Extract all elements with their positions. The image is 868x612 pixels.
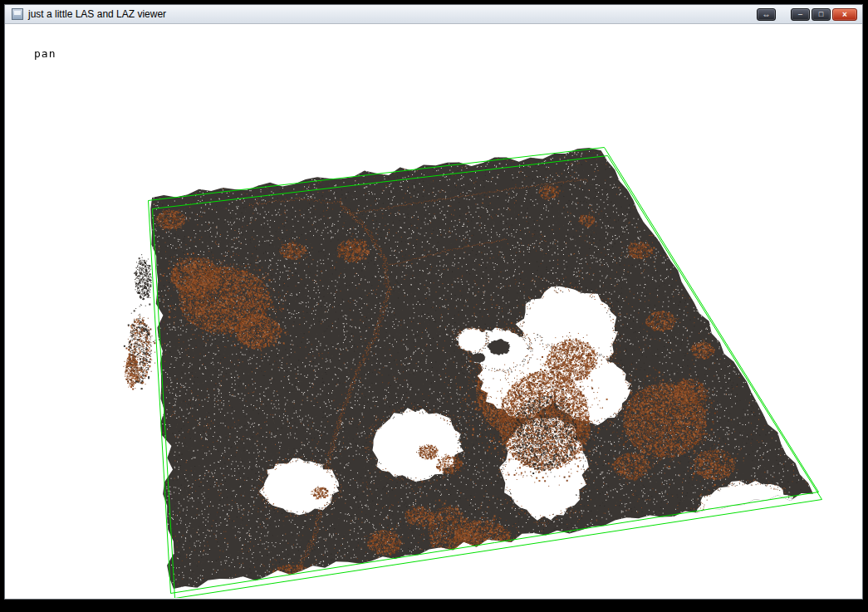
title-bar[interactable]: just a little LAS and LAZ viewer ⇔ – □ × xyxy=(5,5,862,24)
app-icon xyxy=(12,8,23,20)
minimize-button[interactable]: – xyxy=(791,8,810,21)
mode-label: pan xyxy=(34,47,56,60)
window-title: just a little LAS and LAZ viewer xyxy=(28,8,166,20)
app-window: just a little LAS and LAZ viewer ⇔ – □ ×… xyxy=(4,4,863,600)
viewer-client-area: pan xyxy=(5,24,862,599)
desktop-background: just a little LAS and LAZ viewer ⇔ – □ ×… xyxy=(0,0,868,612)
point-cloud-canvas[interactable] xyxy=(5,24,862,598)
swap-button[interactable]: ⇔ xyxy=(757,8,776,21)
close-button[interactable]: × xyxy=(832,8,857,21)
caption-buttons: ⇔ – □ × xyxy=(755,8,857,21)
maximize-button[interactable]: □ xyxy=(812,8,831,21)
